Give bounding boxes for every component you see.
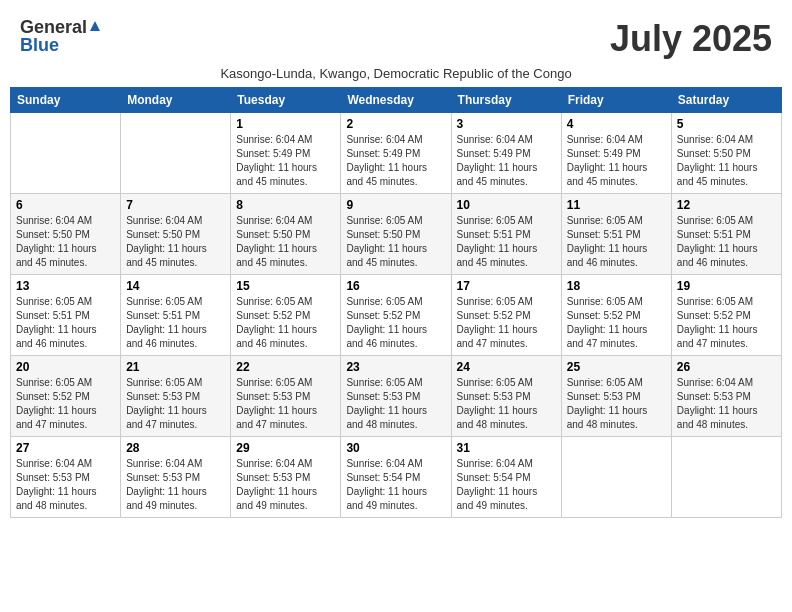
calendar-week-row: 13Sunrise: 6:05 AMSunset: 5:51 PMDayligh… — [11, 275, 782, 356]
day-number: 24 — [457, 360, 556, 374]
logo-general-text: General — [20, 18, 87, 36]
calendar-table: SundayMondayTuesdayWednesdayThursdayFrid… — [10, 87, 782, 518]
day-info: Sunrise: 6:05 AMSunset: 5:52 PMDaylight:… — [346, 295, 445, 351]
day-info: Sunrise: 6:04 AMSunset: 5:53 PMDaylight:… — [677, 376, 776, 432]
day-info: Sunrise: 6:05 AMSunset: 5:51 PMDaylight:… — [126, 295, 225, 351]
day-info: Sunrise: 6:04 AMSunset: 5:54 PMDaylight:… — [346, 457, 445, 513]
day-number: 13 — [16, 279, 115, 293]
day-number: 11 — [567, 198, 666, 212]
day-number: 12 — [677, 198, 776, 212]
day-number: 9 — [346, 198, 445, 212]
calendar-cell: 20Sunrise: 6:05 AMSunset: 5:52 PMDayligh… — [11, 356, 121, 437]
day-number: 29 — [236, 441, 335, 455]
day-info: Sunrise: 6:04 AMSunset: 5:49 PMDaylight:… — [457, 133, 556, 189]
day-info: Sunrise: 6:05 AMSunset: 5:53 PMDaylight:… — [457, 376, 556, 432]
day-info: Sunrise: 6:04 AMSunset: 5:53 PMDaylight:… — [126, 457, 225, 513]
day-info: Sunrise: 6:05 AMSunset: 5:52 PMDaylight:… — [16, 376, 115, 432]
day-info: Sunrise: 6:05 AMSunset: 5:51 PMDaylight:… — [677, 214, 776, 270]
day-info: Sunrise: 6:05 AMSunset: 5:53 PMDaylight:… — [236, 376, 335, 432]
calendar-cell: 29Sunrise: 6:04 AMSunset: 5:53 PMDayligh… — [231, 437, 341, 518]
calendar-cell: 21Sunrise: 6:05 AMSunset: 5:53 PMDayligh… — [121, 356, 231, 437]
logo-blue-text: Blue — [20, 36, 59, 54]
day-info: Sunrise: 6:04 AMSunset: 5:49 PMDaylight:… — [346, 133, 445, 189]
calendar-cell: 19Sunrise: 6:05 AMSunset: 5:52 PMDayligh… — [671, 275, 781, 356]
calendar-cell: 10Sunrise: 6:05 AMSunset: 5:51 PMDayligh… — [451, 194, 561, 275]
calendar-cell: 17Sunrise: 6:05 AMSunset: 5:52 PMDayligh… — [451, 275, 561, 356]
calendar-cell — [121, 113, 231, 194]
day-number: 10 — [457, 198, 556, 212]
calendar-cell: 16Sunrise: 6:05 AMSunset: 5:52 PMDayligh… — [341, 275, 451, 356]
day-number: 30 — [346, 441, 445, 455]
day-number: 22 — [236, 360, 335, 374]
column-header-thursday: Thursday — [451, 88, 561, 113]
calendar-week-row: 27Sunrise: 6:04 AMSunset: 5:53 PMDayligh… — [11, 437, 782, 518]
day-number: 4 — [567, 117, 666, 131]
calendar-cell: 18Sunrise: 6:05 AMSunset: 5:52 PMDayligh… — [561, 275, 671, 356]
location-subtitle: Kasongo-Lunda, Kwango, Democratic Republ… — [10, 66, 782, 81]
day-info: Sunrise: 6:04 AMSunset: 5:53 PMDaylight:… — [236, 457, 335, 513]
calendar-cell: 30Sunrise: 6:04 AMSunset: 5:54 PMDayligh… — [341, 437, 451, 518]
day-number: 18 — [567, 279, 666, 293]
day-info: Sunrise: 6:04 AMSunset: 5:54 PMDaylight:… — [457, 457, 556, 513]
day-info: Sunrise: 6:05 AMSunset: 5:52 PMDaylight:… — [236, 295, 335, 351]
calendar-cell: 22Sunrise: 6:05 AMSunset: 5:53 PMDayligh… — [231, 356, 341, 437]
calendar-cell: 31Sunrise: 6:04 AMSunset: 5:54 PMDayligh… — [451, 437, 561, 518]
day-number: 19 — [677, 279, 776, 293]
day-number: 25 — [567, 360, 666, 374]
calendar-cell: 11Sunrise: 6:05 AMSunset: 5:51 PMDayligh… — [561, 194, 671, 275]
day-number: 20 — [16, 360, 115, 374]
day-info: Sunrise: 6:04 AMSunset: 5:50 PMDaylight:… — [126, 214, 225, 270]
calendar-week-row: 20Sunrise: 6:05 AMSunset: 5:52 PMDayligh… — [11, 356, 782, 437]
day-number: 2 — [346, 117, 445, 131]
calendar-cell: 15Sunrise: 6:05 AMSunset: 5:52 PMDayligh… — [231, 275, 341, 356]
calendar-cell: 26Sunrise: 6:04 AMSunset: 5:53 PMDayligh… — [671, 356, 781, 437]
month-title: July 2025 — [610, 18, 772, 60]
calendar-header-row: SundayMondayTuesdayWednesdayThursdayFrid… — [11, 88, 782, 113]
day-number: 27 — [16, 441, 115, 455]
calendar-cell: 8Sunrise: 6:04 AMSunset: 5:50 PMDaylight… — [231, 194, 341, 275]
day-number: 5 — [677, 117, 776, 131]
day-info: Sunrise: 6:04 AMSunset: 5:50 PMDaylight:… — [16, 214, 115, 270]
day-number: 28 — [126, 441, 225, 455]
column-header-tuesday: Tuesday — [231, 88, 341, 113]
column-header-friday: Friday — [561, 88, 671, 113]
calendar-cell: 24Sunrise: 6:05 AMSunset: 5:53 PMDayligh… — [451, 356, 561, 437]
column-header-wednesday: Wednesday — [341, 88, 451, 113]
day-info: Sunrise: 6:05 AMSunset: 5:51 PMDaylight:… — [16, 295, 115, 351]
calendar-cell: 3Sunrise: 6:04 AMSunset: 5:49 PMDaylight… — [451, 113, 561, 194]
calendar-cell: 13Sunrise: 6:05 AMSunset: 5:51 PMDayligh… — [11, 275, 121, 356]
day-info: Sunrise: 6:05 AMSunset: 5:52 PMDaylight:… — [567, 295, 666, 351]
day-number: 21 — [126, 360, 225, 374]
day-number: 31 — [457, 441, 556, 455]
logo: General Blue — [20, 18, 100, 54]
day-info: Sunrise: 6:05 AMSunset: 5:52 PMDaylight:… — [457, 295, 556, 351]
day-number: 26 — [677, 360, 776, 374]
day-info: Sunrise: 6:05 AMSunset: 5:53 PMDaylight:… — [346, 376, 445, 432]
day-number: 1 — [236, 117, 335, 131]
day-info: Sunrise: 6:04 AMSunset: 5:50 PMDaylight:… — [236, 214, 335, 270]
calendar-week-row: 1Sunrise: 6:04 AMSunset: 5:49 PMDaylight… — [11, 113, 782, 194]
logo-triangle-icon — [90, 21, 100, 31]
calendar-cell: 14Sunrise: 6:05 AMSunset: 5:51 PMDayligh… — [121, 275, 231, 356]
calendar-cell: 27Sunrise: 6:04 AMSunset: 5:53 PMDayligh… — [11, 437, 121, 518]
page-header: General Blue July 2025 — [10, 10, 782, 64]
calendar-cell: 7Sunrise: 6:04 AMSunset: 5:50 PMDaylight… — [121, 194, 231, 275]
day-number: 8 — [236, 198, 335, 212]
day-number: 3 — [457, 117, 556, 131]
day-number: 16 — [346, 279, 445, 293]
calendar-cell: 25Sunrise: 6:05 AMSunset: 5:53 PMDayligh… — [561, 356, 671, 437]
column-header-sunday: Sunday — [11, 88, 121, 113]
day-info: Sunrise: 6:05 AMSunset: 5:52 PMDaylight:… — [677, 295, 776, 351]
day-number: 23 — [346, 360, 445, 374]
day-info: Sunrise: 6:04 AMSunset: 5:53 PMDaylight:… — [16, 457, 115, 513]
calendar-week-row: 6Sunrise: 6:04 AMSunset: 5:50 PMDaylight… — [11, 194, 782, 275]
calendar-cell: 2Sunrise: 6:04 AMSunset: 5:49 PMDaylight… — [341, 113, 451, 194]
calendar-cell: 6Sunrise: 6:04 AMSunset: 5:50 PMDaylight… — [11, 194, 121, 275]
day-number: 6 — [16, 198, 115, 212]
day-number: 7 — [126, 198, 225, 212]
day-info: Sunrise: 6:05 AMSunset: 5:51 PMDaylight:… — [457, 214, 556, 270]
calendar-cell: 9Sunrise: 6:05 AMSunset: 5:50 PMDaylight… — [341, 194, 451, 275]
calendar-cell: 1Sunrise: 6:04 AMSunset: 5:49 PMDaylight… — [231, 113, 341, 194]
calendar-cell: 12Sunrise: 6:05 AMSunset: 5:51 PMDayligh… — [671, 194, 781, 275]
calendar-cell: 28Sunrise: 6:04 AMSunset: 5:53 PMDayligh… — [121, 437, 231, 518]
